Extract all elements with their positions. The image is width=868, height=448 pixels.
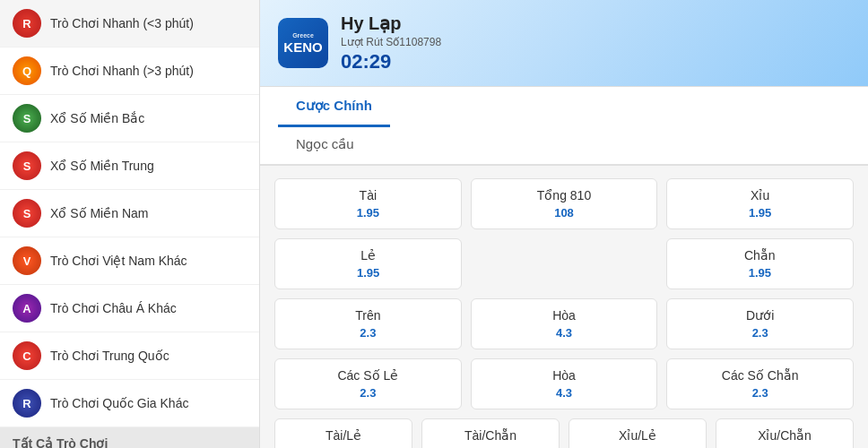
bet-label-0-0: Tài <box>282 188 454 202</box>
sode-north-label: Xổ Số Miền Bắc <box>50 111 144 125</box>
vn-other-icon: V <box>13 246 41 275</box>
bet-label-4-2: Xỉu/Lẻ <box>577 428 699 443</box>
bet-cell-4-1[interactable]: Tài/Chẵn 3.7 <box>421 418 560 448</box>
vn-other-label: Trò Chơi Việt Nam Khác <box>50 254 187 268</box>
bet-label-4-3: Xỉu/Chẵn <box>724 428 846 443</box>
bet-cell-1-0[interactable]: Lẻ 1.95 <box>274 238 462 289</box>
tab-cuoc-chinh[interactable]: Cược Chính <box>278 87 390 127</box>
sidebar: R Trò Chơi Nhanh (<3 phút) Q Trò Chơi Nh… <box>0 0 260 448</box>
bet-value-0-2: 1.95 <box>674 206 846 220</box>
bet-row-2: Trên 2.3 Hòa 4.3 Dưới 2.3 <box>274 298 854 349</box>
bet-label-0-2: Xỉu <box>674 188 846 202</box>
bet-cell-1-2[interactable]: Chẵn 1.95 <box>666 238 854 289</box>
bet-row-3: Các Số Lẻ 2.3 Hòa 4.3 Các Số Chẵn 2.3 <box>274 358 854 409</box>
sidebar-item-rapid[interactable]: R Trò Chơi Nhanh (<3 phút) <box>0 0 259 47</box>
bet-cell-3-2[interactable]: Các Số Chẵn 2.3 <box>666 358 854 409</box>
rapid-label: Trò Chơi Nhanh (<3 phút) <box>50 16 194 30</box>
bet-row-4: Tài/Lẻ 3.7 Tài/Chẵn 3.7 Xỉu/Lẻ 3.7 Xỉu/C… <box>274 418 854 448</box>
main-content: Greece KENO Hy Lạp Lượt Rút Số1108798 02… <box>260 0 868 448</box>
game-subtitle: Lượt Rút Số1108798 <box>341 36 850 48</box>
bet-label-0-1: Tổng 810 <box>479 188 650 202</box>
sode-south-label: Xổ Số Miền Nam <box>50 206 148 220</box>
bet-label-3-2: Các Số Chẵn <box>674 368 846 383</box>
quick-label: Trò Chơi Nhanh (>3 phút) <box>50 64 194 78</box>
bet-value-0-1: 108 <box>479 206 650 220</box>
region-label: Trò Chơi Quốc Gia Khác <box>50 396 188 410</box>
bet-value-3-1: 4.3 <box>479 386 650 400</box>
region-icon: R <box>13 389 41 418</box>
sidebar-item-region[interactable]: R Trò Chơi Quốc Gia Khác <box>0 380 259 427</box>
china-icon: C <box>13 341 41 370</box>
all-games-section: Tất Cả Trò Chơi <box>0 427 259 448</box>
logo-top: Greece <box>292 32 314 39</box>
bet-cell-3-0[interactable]: Các Số Lẻ 2.3 <box>274 358 462 409</box>
sode-south-icon: S <box>13 199 41 228</box>
game-info: Hy Lạp Lượt Rút Số1108798 02:29 <box>341 13 850 73</box>
bet-label-3-0: Các Số Lẻ <box>282 368 454 383</box>
bet-label-4-1: Tài/Chẵn <box>430 428 551 443</box>
bet-cell-3-1[interactable]: Hòa 4.3 <box>471 358 658 409</box>
bet-value-0-0: 1.95 <box>282 206 454 220</box>
sidebar-item-asia[interactable]: A Trò Chơi Châu Á Khác <box>0 285 259 332</box>
bet-cell-4-3[interactable]: Xỉu/Chẵn 3.7 <box>716 418 854 448</box>
sode-central-label: Xổ Số Miền Trung <box>50 159 154 173</box>
game-title: Hy Lạp <box>341 13 850 34</box>
tab-ngoc-cau[interactable]: Ngọc cầu <box>278 125 390 166</box>
betting-area: Tài 1.95 Tổng 810 108 Xỉu 1.95 Lẻ 1.95 C… <box>260 166 868 448</box>
tab-bar: Cược ChínhNgọc cầu <box>260 87 868 166</box>
bet-label-4-0: Tài/Lẻ <box>282 428 404 443</box>
sidebar-item-sode-central[interactable]: S Xổ Số Miền Trung <box>0 142 259 190</box>
bet-value-3-0: 2.3 <box>282 386 454 400</box>
sidebar-item-china[interactable]: C Trò Chơi Trung Quốc <box>0 332 259 380</box>
bet-label-1-0: Lẻ <box>282 248 454 263</box>
bet-cell-2-1[interactable]: Hòa 4.3 <box>471 298 658 349</box>
bet-cell-0-2[interactable]: Xỉu 1.95 <box>666 178 854 229</box>
bet-value-3-2: 2.3 <box>674 386 846 400</box>
bet-label-2-2: Dưới <box>674 308 846 323</box>
bet-value-1-0: 1.95 <box>282 266 454 280</box>
bet-value-2-1: 4.3 <box>479 326 650 340</box>
game-timer: 02:29 <box>341 50 850 73</box>
bet-label-1-2: Chẵn <box>674 248 846 263</box>
all-games-label: Tất Cả Trò Chơi <box>13 436 108 448</box>
bet-value-2-0: 2.3 <box>282 326 454 340</box>
rapid-icon: R <box>13 9 41 38</box>
sidebar-item-quick[interactable]: Q Trò Chơi Nhanh (>3 phút) <box>0 47 259 95</box>
bet-cell-4-0[interactable]: Tài/Lẻ 3.7 <box>274 418 412 448</box>
asia-icon: A <box>13 294 41 323</box>
sidebar-item-vn-other[interactable]: V Trò Chơi Việt Nam Khác <box>0 237 259 285</box>
bet-cell-0-0[interactable]: Tài 1.95 <box>274 178 462 229</box>
bet-value-1-2: 1.95 <box>674 266 846 280</box>
bet-label-2-1: Hòa <box>479 308 650 323</box>
bet-cell-2-0[interactable]: Trên 2.3 <box>274 298 462 349</box>
game-header: Greece KENO Hy Lạp Lượt Rút Số1108798 02… <box>260 0 868 87</box>
asia-label: Trò Chơi Châu Á Khác <box>50 301 177 315</box>
logo-main: KENO <box>283 39 322 55</box>
sode-central-icon: S <box>13 151 41 180</box>
bet-row-1: Lẻ 1.95 Chẵn 1.95 <box>274 238 854 289</box>
bet-label-2-0: Trên <box>282 308 454 323</box>
bet-row-0: Tài 1.95 Tổng 810 108 Xỉu 1.95 <box>274 178 854 229</box>
bet-value-2-2: 2.3 <box>674 326 846 340</box>
bet-cell-0-1[interactable]: Tổng 810 108 <box>471 178 658 229</box>
bet-cell-1-1 <box>471 238 656 289</box>
quick-icon: Q <box>13 56 41 85</box>
sode-north-icon: S <box>13 104 41 133</box>
bet-cell-2-2[interactable]: Dưới 2.3 <box>666 298 854 349</box>
bet-cell-4-2[interactable]: Xỉu/Lẻ 3.7 <box>569 418 707 448</box>
sidebar-item-sode-south[interactable]: S Xổ Số Miền Nam <box>0 190 259 237</box>
game-logo: Greece KENO <box>278 18 328 68</box>
sidebar-item-sode-north[interactable]: S Xổ Số Miền Bắc <box>0 95 259 142</box>
bet-label-3-1: Hòa <box>479 368 650 383</box>
china-label: Trò Chơi Trung Quốc <box>50 349 169 363</box>
